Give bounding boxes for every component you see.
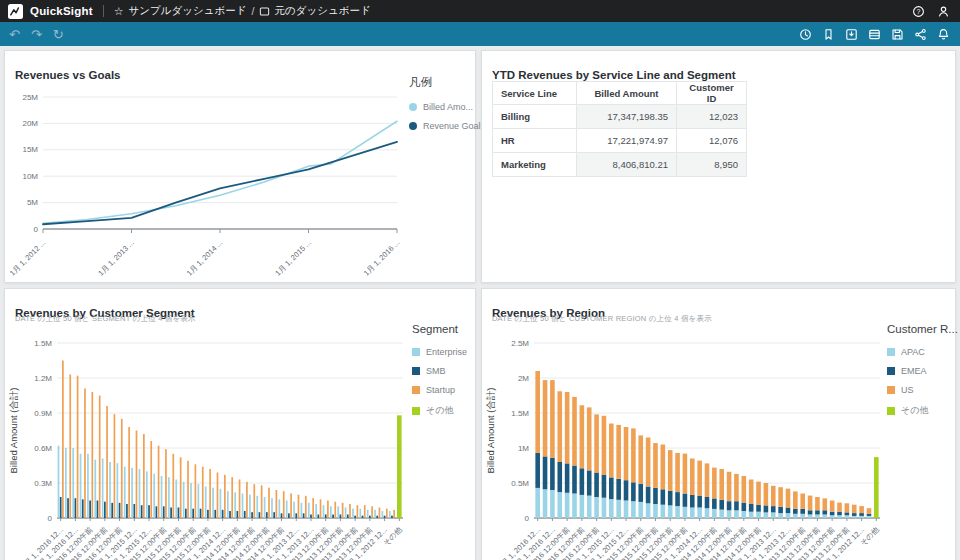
svg-text:Billed Amount (合計): Billed Amount (合計) xyxy=(485,387,496,473)
legend: 凡例Billed Amo...Revenue Goal xyxy=(409,75,475,140)
value-cell[interactable]: 12,076 xyxy=(677,129,747,153)
svg-text:1.5M: 1.5M xyxy=(511,409,529,418)
svg-text:0: 0 xyxy=(525,514,530,523)
visual-revenues-vs-goals: Revenues vs Goals 05M10M15M20M25M1月 1, 2… xyxy=(4,50,476,283)
legend-swatch xyxy=(409,122,417,130)
svg-text:0: 0 xyxy=(48,514,53,523)
table-row[interactable]: Marketing8,406,810.218,950 xyxy=(493,153,747,177)
breadcrumb-dashboard-group[interactable]: サンプルダッシュボード xyxy=(129,4,247,18)
value-cell[interactable]: 8,950 xyxy=(677,153,747,177)
value-cell[interactable]: 8,406,810.21 xyxy=(577,153,677,177)
visual-revenues-by-segment: Revenues by Customer Segment DATE の上位 50… xyxy=(4,288,476,560)
help-icon[interactable]: ? xyxy=(912,5,925,18)
svg-text:1.2M: 1.2M xyxy=(34,374,52,383)
legend-item[interactable]: その他 xyxy=(412,404,474,417)
legend-item[interactable]: Startup xyxy=(412,385,474,395)
visual-revenues-by-region: Revenues by Region DATE の上位 50 個と CUSTOM… xyxy=(481,288,956,560)
svg-text:20M: 20M xyxy=(22,119,38,128)
legend-item[interactable]: US xyxy=(887,385,955,395)
share-icon[interactable] xyxy=(914,28,927,41)
value-cell[interactable]: 17,347,198.35 xyxy=(577,105,677,129)
column-header[interactable]: Service Line xyxy=(493,82,577,105)
legend: SegmentEnterpriseSMBStartupその他 xyxy=(412,323,474,426)
legend-label: Startup xyxy=(426,385,455,395)
column-header[interactable]: Customer ID xyxy=(677,82,747,105)
user-icon[interactable] xyxy=(937,5,950,18)
svg-text:1月 1, 2013 ...: 1月 1, 2013 ... xyxy=(96,238,136,278)
column-header[interactable]: Billed Amount xyxy=(577,82,677,105)
notifications-bell-icon[interactable] xyxy=(937,28,950,41)
legend-label: その他 xyxy=(426,404,453,417)
svg-text:0: 0 xyxy=(34,225,39,234)
reset-icon[interactable]: ↻ xyxy=(53,28,64,41)
legend-title: 凡例 xyxy=(409,75,475,90)
visual-subtitle: DATE の上位 50 個と SEGMENT の上位 4 個を表示 xyxy=(15,314,196,324)
svg-text:1月 1, 2016 ...: 1月 1, 2016 ... xyxy=(362,238,402,278)
svg-text:Billed Amount (合計): Billed Amount (合計) xyxy=(8,387,19,473)
dashboard-icon xyxy=(259,6,270,17)
legend-label: APAC xyxy=(901,347,925,357)
svg-text:0.9M: 0.9M xyxy=(34,409,52,418)
quicksight-logo-icon[interactable] xyxy=(8,4,23,19)
legend-swatch xyxy=(412,407,420,415)
svg-text:0.3M: 0.3M xyxy=(34,479,52,488)
legend-label: US xyxy=(901,385,914,395)
svg-text:1M: 1M xyxy=(518,444,529,453)
dataset-icon[interactable] xyxy=(868,28,881,41)
top-navbar: QuickSight ☆ サンプルダッシュボード / 元のダッシュボード ? xyxy=(0,0,960,22)
row-header-cell[interactable]: Billing xyxy=(493,105,577,129)
svg-text:1月 1, 2014 ...: 1月 1, 2014 ... xyxy=(185,238,225,278)
line-chart[interactable]: 05M10M15M20M25M1月 1, 2012 ...1月 1, 2013 … xyxy=(5,77,477,283)
breadcrumb-separator: / xyxy=(252,5,255,17)
legend-swatch xyxy=(409,103,417,111)
value-cell[interactable]: 12,023 xyxy=(677,105,747,129)
visual-ytd-revenues-table: YTD Revenues by Service Line and Segment… xyxy=(481,50,956,283)
redo-icon[interactable]: ↷ xyxy=(31,28,42,41)
legend: Customer R...APACEMEAUSその他 xyxy=(887,323,955,426)
legend-label: Revenue Goal xyxy=(423,121,481,131)
legend-item[interactable]: APAC xyxy=(887,347,955,357)
legend-swatch xyxy=(412,367,420,375)
svg-text:1.5M: 1.5M xyxy=(34,339,52,348)
schedule-clock-icon[interactable] xyxy=(799,28,812,41)
svg-text:1月 1, 2015 ...: 1月 1, 2015 ... xyxy=(273,238,313,278)
legend-title: Customer R... xyxy=(887,323,955,335)
export-icon[interactable] xyxy=(845,28,858,41)
legend-item[interactable]: Enterprise xyxy=(412,347,474,357)
legend-item[interactable]: その他 xyxy=(887,404,955,417)
legend-swatch xyxy=(887,348,895,356)
topbar-actions: ? xyxy=(912,5,950,18)
row-header-cell[interactable]: Marketing xyxy=(493,153,577,177)
legend-item[interactable]: Revenue Goal xyxy=(409,121,475,131)
legend-item[interactable]: Billed Amo... xyxy=(409,102,475,112)
bookmark-icon[interactable] xyxy=(822,28,835,41)
legend-item[interactable]: EMEA xyxy=(887,366,955,376)
legend-swatch xyxy=(887,367,895,375)
dashboard-toolbar: ↶ ↷ ↻ xyxy=(0,22,960,46)
legend-label: Billed Amo... xyxy=(423,102,473,112)
breadcrumb-dashboard-name[interactable]: 元のダッシュボード xyxy=(274,4,370,18)
toolbar-actions xyxy=(799,28,950,41)
table-row[interactable]: Billing17,347,198.3512,023 xyxy=(493,105,747,129)
save-icon[interactable] xyxy=(891,28,904,41)
svg-text:10M: 10M xyxy=(22,172,38,181)
legend-title: Segment xyxy=(412,323,474,335)
brand-name: QuickSight xyxy=(30,5,93,17)
svg-text:0.6M: 0.6M xyxy=(34,444,52,453)
visual-subtitle: DATE の上位 50 個と CUSTOMER REGION の上位 4 個を表… xyxy=(492,314,712,324)
bar-chart[interactable]: 00.5M1M1.5M2M2.5M1月 1, 2016 12...10月 1, … xyxy=(482,327,957,560)
favorite-star-icon[interactable]: ☆ xyxy=(114,6,124,17)
undo-icon[interactable]: ↶ xyxy=(9,28,20,41)
legend-item[interactable]: SMB xyxy=(412,366,474,376)
table-header-row: Service LineBilled AmountCustomer ID xyxy=(493,82,747,105)
pivot-table: Service LineBilled AmountCustomer IDBill… xyxy=(492,81,747,177)
row-header-cell[interactable]: HR xyxy=(493,129,577,153)
value-cell[interactable]: 17,221,974.97 xyxy=(577,129,677,153)
svg-text:15M: 15M xyxy=(22,145,38,154)
table-row[interactable]: HR17,221,974.9712,076 xyxy=(493,129,747,153)
legend-label: その他 xyxy=(901,404,928,417)
svg-text:0.5M: 0.5M xyxy=(511,479,529,488)
legend-label: Enterprise xyxy=(426,347,467,357)
bar-chart[interactable]: 00.3M0.6M0.9M1.2M1.5M1月 1, 2016 12...10月… xyxy=(5,327,477,560)
svg-text:25M: 25M xyxy=(22,93,38,102)
